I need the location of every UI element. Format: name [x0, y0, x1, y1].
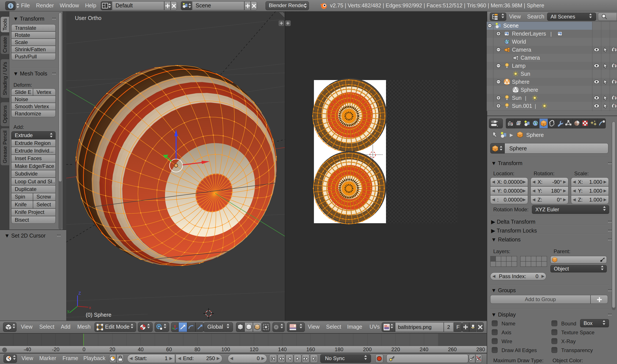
svg-text:User Ortho: User Ortho [75, 15, 101, 21]
svg-text:x: x [89, 305, 91, 310]
svg-text:Camera: Camera [521, 55, 540, 61]
svg-text:i: i [10, 3, 11, 9]
svg-text:(0) Sphere: (0) Sphere [86, 312, 111, 318]
svg-text:Lamp: Lamp [512, 63, 526, 69]
svg-text:World: World [512, 39, 526, 45]
svg-text:RenderLayers: RenderLayers [512, 31, 546, 37]
svg-text:Sun: Sun [521, 71, 530, 77]
svg-text:Sphere: Sphere [521, 87, 538, 93]
svg-text:y: y [67, 309, 69, 313]
svg-text:|: | [525, 95, 526, 101]
svg-text:Z: Z [78, 291, 81, 296]
svg-text:Sun: Sun [512, 95, 522, 101]
svg-text:Sphere: Sphere [512, 79, 530, 85]
svg-text:Sun.001: Sun.001 [512, 103, 532, 109]
svg-text:|: | [550, 31, 552, 37]
svg-text:Camera: Camera [512, 47, 531, 53]
svg-text:Scene: Scene [503, 23, 519, 29]
svg-text:|: | [535, 103, 536, 109]
